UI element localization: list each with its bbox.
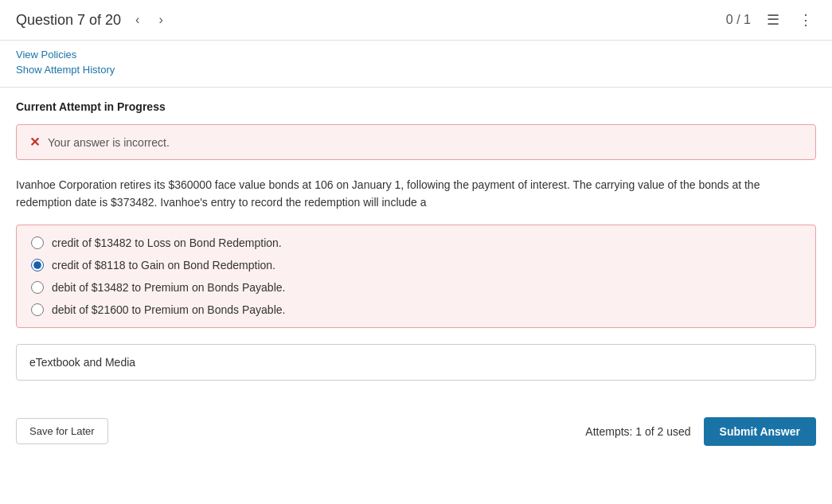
option-radio-4[interactable]	[31, 303, 44, 316]
list-icon-button[interactable]: ☰	[764, 8, 783, 32]
option-item: credit of $13482 to Loss on Bond Redempt…	[31, 236, 801, 249]
error-text: Your answer is incorrect.	[48, 136, 170, 149]
option-label-1: credit of $13482 to Loss on Bond Redempt…	[52, 236, 282, 249]
next-button[interactable]: ›	[154, 10, 167, 30]
option-radio-2[interactable]	[31, 259, 44, 272]
submit-answer-button[interactable]: Submit Answer	[704, 417, 816, 446]
option-item: debit of $21600 to Premium on Bonds Paya…	[31, 303, 801, 316]
etextbook-bar: eTextbook and Media	[16, 344, 816, 381]
question-header: Question 7 of 20 ‹ › 0 / 1 ☰ ⋮	[0, 0, 832, 41]
prev-button[interactable]: ‹	[131, 10, 144, 30]
error-icon: ✕	[29, 135, 40, 150]
option-label-2: credit of $8118 to Gain on Bond Redempti…	[52, 259, 275, 272]
header-right: 0 / 1 ☰ ⋮	[726, 8, 816, 32]
option-item: credit of $8118 to Gain on Bond Redempti…	[31, 259, 801, 272]
option-radio-1[interactable]	[31, 236, 44, 249]
show-attempt-history-link[interactable]: Show Attempt History	[16, 64, 816, 76]
options-box: credit of $13482 to Loss on Bond Redempt…	[16, 225, 816, 328]
attempts-text: Attempts: 1 of 2 used	[585, 425, 690, 438]
main-content: Current Attempt in Progress ✕ Your answe…	[0, 88, 832, 409]
footer-right: Attempts: 1 of 2 used Submit Answer	[585, 417, 816, 446]
view-policies-link[interactable]: View Policies	[16, 49, 816, 61]
footer: Save for Later Attempts: 1 of 2 used Sub…	[0, 409, 832, 454]
etextbook-label: eTextbook and Media	[29, 356, 135, 369]
option-label-3: debit of $13482 to Premium on Bonds Paya…	[52, 281, 285, 294]
option-label-4: debit of $21600 to Premium on Bonds Paya…	[52, 303, 285, 316]
option-item: debit of $13482 to Premium on Bonds Paya…	[31, 281, 801, 294]
current-attempt-label: Current Attempt in Progress	[16, 100, 816, 113]
option-radio-3[interactable]	[31, 281, 44, 294]
subheader: View Policies Show Attempt History	[0, 41, 832, 88]
question-title: Question 7 of 20	[16, 12, 121, 29]
header-left: Question 7 of 20 ‹ ›	[16, 10, 168, 30]
error-banner: ✕ Your answer is incorrect.	[16, 124, 816, 160]
score-badge: 0 / 1	[726, 13, 751, 27]
save-later-button[interactable]: Save for Later	[16, 418, 108, 444]
question-text: Ivanhoe Corporation retires its $360000 …	[16, 176, 816, 212]
more-options-button[interactable]: ⋮	[795, 8, 816, 32]
